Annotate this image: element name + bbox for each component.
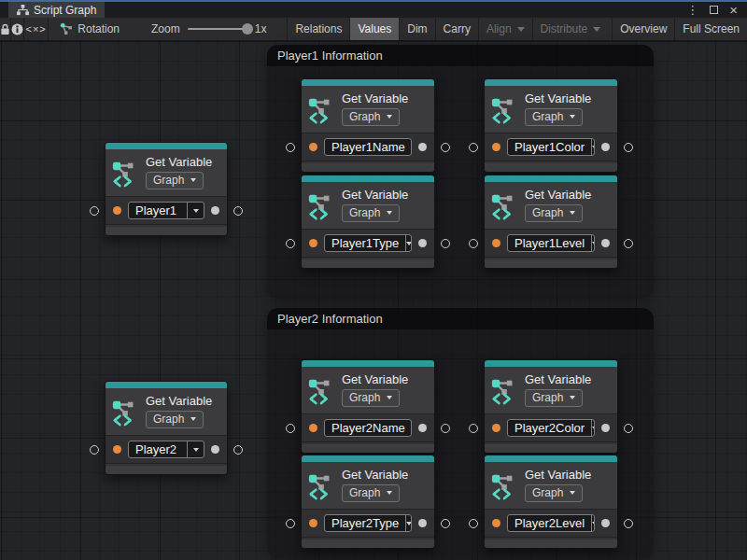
output-port-ring[interactable] [233, 206, 243, 216]
value-output-port[interactable] [601, 239, 610, 247]
zoom-slider-handle[interactable] [242, 23, 253, 35]
variable-name-dropdown[interactable]: Player1Color [507, 138, 595, 156]
variable-dropdown-arrow[interactable] [405, 235, 412, 251]
get-variable-node[interactable]: Get Variable Graph Player1Type [301, 175, 435, 269]
more-menu-icon[interactable]: ⋮ [686, 4, 698, 16]
close-icon[interactable]: × [729, 3, 738, 17]
toolbar-button[interactable]: Distribute [532, 18, 609, 40]
variable-input-port[interactable] [309, 143, 317, 151]
variable-kind-dropdown[interactable]: Graph [525, 484, 583, 502]
zoom-slider-track[interactable] [188, 28, 247, 30]
input-port-ring[interactable] [286, 143, 295, 152]
tab-script-graph[interactable]: Script Graph [8, 2, 105, 18]
variable-input-port[interactable] [113, 206, 121, 215]
variable-kind-dropdown[interactable]: Graph [342, 108, 400, 126]
input-port-ring[interactable] [286, 239, 295, 248]
variable-name-dropdown[interactable]: Player1Name [324, 138, 412, 156]
maximize-icon[interactable] [710, 6, 718, 14]
variable-input-port[interactable] [309, 424, 317, 432]
value-output-port[interactable] [601, 519, 610, 527]
input-port-ring[interactable] [286, 424, 295, 433]
variable-name-dropdown[interactable]: Player2Color [507, 419, 595, 437]
toolbar-button[interactable]: Relations [287, 18, 349, 40]
input-port-ring[interactable] [469, 143, 478, 152]
value-output-port[interactable] [418, 143, 427, 151]
value-output-port[interactable] [211, 206, 219, 215]
output-port-ring[interactable] [624, 519, 633, 528]
group-header[interactable]: Player1 Information [267, 45, 654, 66]
variable-kind-dropdown[interactable]: Graph [342, 204, 400, 222]
toolbar-button[interactable]: Full Screen [674, 18, 747, 40]
get-variable-node[interactable]: Get Variable Graph Player2Type [301, 455, 435, 549]
node-title-box: Get Variable Graph [525, 468, 591, 502]
variable-dropdown-arrow[interactable] [591, 139, 595, 155]
variable-kind-dropdown[interactable]: Graph [342, 389, 400, 407]
get-variable-node[interactable]: Get Variable Graph Player2Color [484, 359, 618, 454]
variable-kind-dropdown[interactable]: Graph [525, 108, 583, 126]
input-port-ring[interactable] [469, 424, 478, 433]
graph-canvas[interactable]: Player1 Information Player2 Information … [0, 41, 747, 560]
get-variable-node[interactable]: Get Variable Graph Player1 [105, 142, 228, 236]
input-port-ring[interactable] [90, 206, 99, 216]
variable-input-port[interactable] [492, 424, 500, 432]
value-output-port[interactable] [601, 424, 610, 432]
value-output-port[interactable] [418, 239, 427, 247]
output-port-ring[interactable] [441, 424, 450, 433]
variable-input-port[interactable] [309, 519, 317, 527]
info-button[interactable] [11, 18, 24, 40]
variable-input-port[interactable] [492, 519, 500, 527]
value-output-port[interactable] [601, 143, 610, 151]
variable-kind-dropdown[interactable]: Graph [146, 172, 204, 189]
input-port-ring[interactable] [286, 519, 295, 528]
variable-dropdown-arrow[interactable] [591, 515, 595, 531]
variable-dropdown-arrow[interactable] [591, 235, 595, 251]
variable-name-dropdown[interactable]: Player2 [128, 441, 204, 458]
get-variable-node[interactable]: Get Variable Graph Player1Level [484, 175, 618, 269]
variable-input-port[interactable] [309, 239, 317, 247]
variable-kind-dropdown[interactable]: Graph [146, 411, 204, 428]
input-port-ring[interactable] [90, 445, 99, 455]
variable-name-dropdown[interactable]: Player1Level [507, 234, 595, 252]
toolbar-button[interactable]: Dim [399, 18, 434, 40]
get-variable-node[interactable]: Get Variable Graph Player2Level [484, 455, 618, 549]
output-port-ring[interactable] [441, 519, 450, 528]
variable-dropdown-arrow[interactable] [591, 420, 595, 436]
variable-name-dropdown[interactable]: Player2Type [324, 514, 412, 532]
variable-input-port[interactable] [492, 143, 500, 151]
output-port-ring[interactable] [441, 143, 450, 152]
lock-button[interactable] [0, 18, 11, 40]
variable-name-dropdown[interactable]: Player2Level [507, 514, 595, 532]
code-preview-toggle[interactable]: <×> [24, 18, 49, 40]
get-variable-node[interactable]: Get Variable Graph Player2 [105, 381, 228, 475]
output-port-ring[interactable] [624, 143, 633, 152]
group-header[interactable]: Player2 Information [267, 308, 654, 329]
output-port-ring[interactable] [441, 239, 450, 248]
variable-dropdown-arrow[interactable] [187, 441, 204, 457]
output-port-ring[interactable] [624, 239, 633, 248]
variable-name-dropdown[interactable]: Player1Type [324, 234, 412, 252]
input-port-ring[interactable] [469, 239, 478, 248]
variable-input-port[interactable] [113, 445, 121, 454]
toolbar-button[interactable]: Align [478, 18, 532, 40]
input-port-ring[interactable] [469, 519, 478, 528]
variable-kind-dropdown[interactable]: Graph [525, 389, 583, 407]
get-variable-node[interactable]: Get Variable Graph Player1Name [301, 78, 435, 173]
variable-name-dropdown[interactable]: Player2Name [324, 419, 412, 437]
toolbar-button[interactable]: Carry [435, 18, 478, 40]
variable-kind-dropdown[interactable]: Graph [525, 204, 583, 222]
variable-name-dropdown[interactable]: Player1 [128, 202, 204, 219]
value-output-port[interactable] [211, 445, 219, 454]
variable-dropdown-arrow[interactable] [405, 515, 412, 531]
node-accent-bar [106, 382, 227, 388]
variable-input-port[interactable] [492, 239, 500, 247]
output-port-ring[interactable] [624, 424, 633, 433]
toolbar-button[interactable]: Values [349, 18, 399, 40]
toolbar-button[interactable]: Overview [612, 18, 674, 40]
variable-kind-dropdown[interactable]: Graph [342, 484, 400, 502]
get-variable-node[interactable]: Get Variable Graph Player2Name [301, 359, 435, 454]
output-port-ring[interactable] [233, 445, 243, 455]
value-output-port[interactable] [418, 424, 427, 432]
get-variable-node[interactable]: Get Variable Graph Player1Color [484, 78, 618, 173]
value-output-port[interactable] [418, 519, 427, 527]
variable-dropdown-arrow[interactable] [187, 203, 204, 218]
